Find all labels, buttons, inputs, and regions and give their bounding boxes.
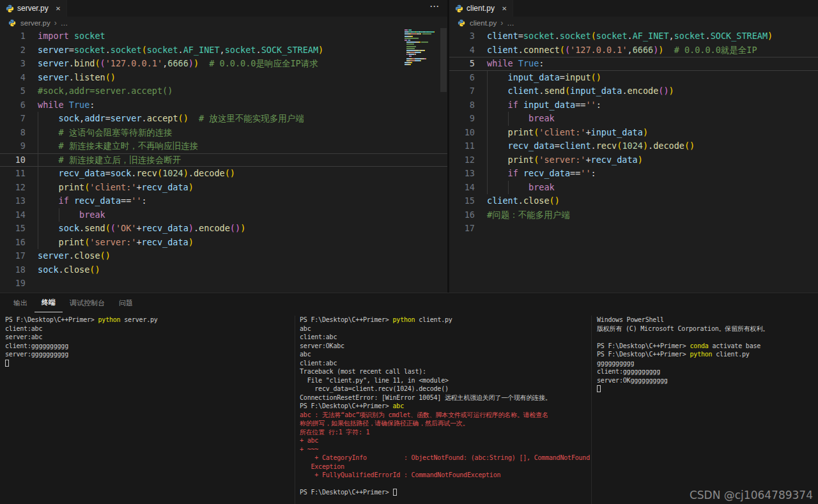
terminal-line: 所在位置 行:1 字符: 1: [300, 428, 590, 437]
terminal-line: server:OKabc: [300, 342, 590, 351]
code-line-7[interactable]: 7 sock,addr=server.accept() # 放这里不能实现多用户…: [0, 112, 447, 126]
code-line-9[interactable]: 9 # 新连接未建立时，不再响应旧连接: [0, 139, 447, 153]
tabbar-left: server.py ✕ ···: [0, 0, 447, 17]
code-line-10[interactable]: 10 # 新连接建立后，旧连接会断开: [0, 153, 447, 167]
code-line-8[interactable]: 8 if input_data=='':: [449, 98, 818, 112]
line-number: 6: [0, 98, 26, 112]
close-icon[interactable]: ✕: [56, 5, 61, 12]
code-line-15[interactable]: 15client.close(): [449, 194, 818, 208]
terminal-line: File "client.py", line 11, in <module>: [300, 376, 590, 385]
line-number: 16: [449, 208, 475, 222]
code-line-7[interactable]: 7 client.send(input_data.encode()): [449, 84, 818, 98]
code-editor-server[interactable]: 1import socket2server=socket.socket(sock…: [0, 29, 447, 293]
line-number: 13: [0, 194, 26, 208]
code-line-18[interactable]: 18sock.close(): [0, 263, 447, 277]
terminal-pane-server[interactable]: PS F:\Desktop\C++Primer> python server.p…: [5, 316, 291, 504]
close-icon[interactable]: ✕: [502, 5, 507, 12]
line-number: 13: [449, 167, 475, 181]
terminal-cursor: [5, 360, 9, 367]
terminal-cursor: [393, 489, 397, 496]
code-line-19[interactable]: 19: [0, 277, 447, 291]
code-line-6[interactable]: 6 input_data=input(): [449, 71, 818, 85]
code-line-2[interactable]: 2server=socket.socket(socket.AF_INET,soc…: [0, 43, 447, 57]
terminal-line: Windows PowerShell: [597, 316, 817, 325]
line-number: 9: [449, 112, 475, 126]
code-line-16[interactable]: 16 print('server:'+recv_data): [0, 236, 447, 250]
line-number: 15: [0, 222, 26, 236]
code-line-3[interactable]: 3client=socket.socket(socket.AF_INET,soc…: [449, 29, 818, 43]
terminal-pane-client-1[interactable]: PS F:\Desktop\C++Primer> python client.p…: [295, 316, 590, 504]
code-line-13[interactable]: 13 if recv_data=='':: [0, 194, 447, 208]
line-number: 8: [0, 126, 26, 140]
breadcrumb-symbols: …: [507, 19, 514, 27]
code-line-9[interactable]: 9 break: [449, 112, 818, 126]
tab-label: server.py: [17, 4, 49, 13]
panel-tab-debug-console[interactable]: 调试控制台: [63, 293, 112, 312]
line-number: 3: [449, 29, 475, 43]
panel-tab-problems[interactable]: 问题: [112, 293, 140, 312]
code-line-17[interactable]: 17: [449, 222, 818, 236]
terminal-line: gggggggggg: [597, 359, 817, 368]
line-number: 3: [0, 57, 26, 71]
terminal-cursor: [597, 385, 601, 392]
code-line-3[interactable]: 3server.bind(('127.0.0.1',6666)) # 0.0.0…: [0, 57, 447, 71]
code-line-4[interactable]: 4server.listen(): [0, 71, 447, 85]
terminal-line: [300, 480, 590, 489]
code-line-6[interactable]: 6while True:: [0, 98, 447, 112]
code-line-11[interactable]: 11 recv_data=client.recv(1024).decode(): [449, 139, 818, 153]
breadcrumb-right[interactable]: client.py › …: [449, 17, 818, 29]
terminal-line: ConnectionResetError: [WinError 10054] 远…: [300, 393, 590, 402]
terminal-line: PS F:\Desktop\C++Primer> conda activate …: [597, 342, 817, 351]
code-line-10[interactable]: 10 print('client:'+input_data): [449, 126, 818, 140]
line-number: 16: [0, 236, 26, 250]
code-line-17[interactable]: 17server.close(): [0, 249, 447, 263]
terminal-line: + FullyQualifiedErrorId : CommandNotFoun…: [300, 471, 590, 480]
code-line-16[interactable]: 16#问题：不能多用户端: [449, 208, 818, 222]
editor-group-right: client.py ✕ client.py › … 3client=socket…: [447, 0, 818, 293]
tabbar-right: client.py ✕: [449, 0, 818, 17]
code-line-14[interactable]: 14 break: [0, 208, 447, 222]
tab-server-py[interactable]: server.py ✕: [0, 0, 67, 17]
code-line-1[interactable]: 1import socket: [0, 29, 447, 43]
editor-group-left: server.py ✕ ··· server.py › … 1import so…: [0, 0, 447, 293]
more-actions-icon[interactable]: ···: [430, 2, 440, 11]
bottom-panel: 输出 终端 调试控制台 问题 PS F:\Desktop\C++Primer> …: [0, 293, 818, 504]
line-number: 10: [449, 126, 475, 140]
breadcrumb-left[interactable]: server.py › …: [0, 17, 447, 29]
code-line-11[interactable]: 11 recv_data=sock.recv(1024).decode(): [0, 167, 447, 181]
code-line-15[interactable]: 15 sock.send(('OK'+recv_data).encode()): [0, 222, 447, 236]
tab-client-py[interactable]: client.py ✕: [449, 0, 513, 17]
terminal-line: client:gggggggggg: [5, 342, 291, 351]
terminal-line: 称的拼写，如果包括路径，请确保路径正确，然后再试一次。: [300, 419, 590, 428]
line-number: 12: [449, 153, 475, 167]
terminal-line: client:gggggggggg: [597, 367, 817, 376]
terminal-line: client:abc: [5, 325, 291, 333]
line-number: 4: [0, 71, 26, 85]
code-editor-client[interactable]: 3client=socket.socket(socket.AF_INET,soc…: [449, 29, 818, 293]
code-line-12[interactable]: 12 print('client:'+recv_data): [0, 181, 447, 195]
code-line-13[interactable]: 13 if recv_data=='':: [449, 167, 818, 181]
terminal-line: server:OKgggggggggg: [597, 376, 817, 385]
code-line-5[interactable]: 5#sock,addr=server.accept(): [0, 84, 447, 98]
panel-tab-output[interactable]: 输出: [6, 293, 35, 312]
breadcrumb-symbols: …: [61, 19, 68, 27]
chevron-right-icon: ›: [500, 19, 503, 27]
tab-label: client.py: [467, 4, 495, 13]
code-line-14[interactable]: 14 break: [449, 181, 818, 195]
line-number: 4: [449, 43, 475, 57]
terminal-line: + ~~~: [300, 445, 590, 454]
terminal-line: client:abc: [300, 333, 590, 342]
terminal-line: client:abc: [300, 359, 590, 368]
code-line-8[interactable]: 8 # 这语句会阻塞等待新的连接: [0, 126, 447, 140]
scrollbar[interactable]: [440, 28, 447, 92]
minimap[interactable]: [405, 29, 439, 68]
line-number: 11: [449, 139, 475, 153]
line-number: 5: [0, 84, 26, 98]
panel-tab-terminal[interactable]: 终端: [35, 293, 63, 312]
code-line-4[interactable]: 4client.connect(('127.0.0.1',6666)) # 0.…: [449, 43, 818, 57]
code-line-5[interactable]: 5while True:: [449, 57, 818, 71]
terminal-pane-client-2[interactable]: Windows PowerShell版权所有 (C) Microsoft Cor…: [591, 316, 817, 504]
line-number: 17: [449, 222, 475, 236]
terminal-line: [597, 333, 817, 342]
code-line-12[interactable]: 12 print('server:'+recv_data): [449, 153, 818, 167]
